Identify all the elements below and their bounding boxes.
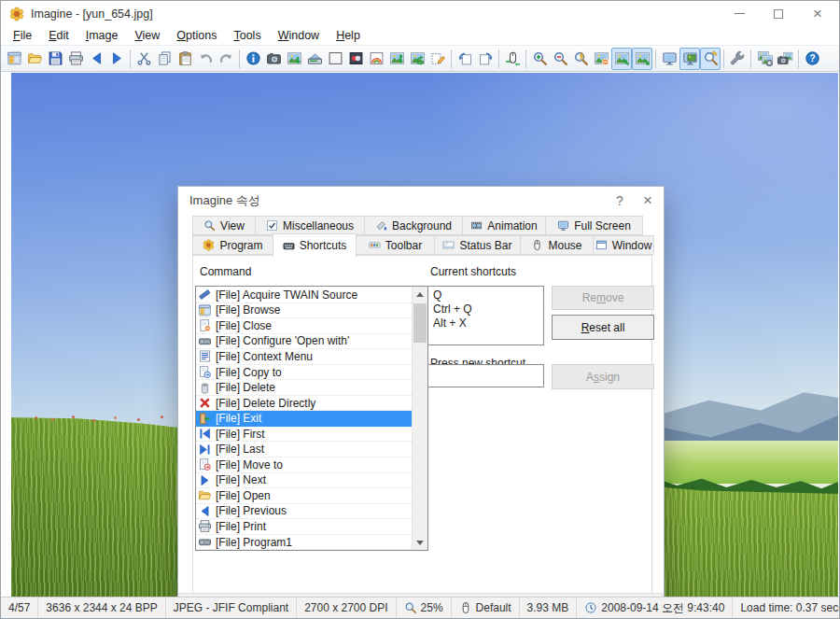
command-item-label: [File] Acquire TWAIN Source [216, 288, 357, 302]
command-item[interactable]: [File] Next [196, 473, 412, 489]
command-item[interactable]: [File] Move to [196, 457, 412, 473]
new-shortcut-input[interactable] [427, 364, 544, 387]
rotate-left-button[interactable] [455, 48, 475, 70]
acquire-scan-button[interactable] [304, 48, 325, 70]
menu-help[interactable]: Help [328, 27, 369, 44]
tab-background[interactable]: Background [364, 216, 463, 235]
batch-convert-button[interactable] [754, 48, 775, 70]
tab-full-screen[interactable]: Full Screen [545, 216, 643, 235]
command-item[interactable]: [File] First [196, 427, 412, 443]
status-segment: JPEG - JFIF Compliant [166, 598, 297, 618]
status-segment-text: Default [476, 601, 511, 614]
menu-edit[interactable]: Edit [40, 27, 77, 44]
command-item[interactable]: [File] Acquire TWAIN Source [196, 288, 412, 303]
paste-button[interactable] [175, 48, 195, 70]
dialog-help-button[interactable]: ? [606, 187, 634, 214]
close-button[interactable]: × [798, 1, 837, 26]
remove-button[interactable]: Remove [552, 286, 654, 310]
options-button[interactable] [727, 48, 748, 70]
tab-animation[interactable]: Animation [462, 216, 546, 235]
menu-file[interactable]: File [5, 27, 40, 44]
scroll-down-button[interactable] [413, 535, 427, 550]
command-item[interactable]: [File] Configure 'Open with' [196, 334, 412, 350]
pan-tool-button[interactable] [502, 48, 523, 70]
screen-capture-button[interactable] [775, 48, 795, 70]
menu-tools[interactable]: Tools [225, 27, 269, 44]
fit-window-button[interactable] [591, 48, 611, 70]
command-item-label: [File] First [216, 428, 265, 441]
command-item[interactable]: [File] Context Menu [196, 349, 412, 365]
flower-icon [203, 239, 215, 251]
tab-window[interactable]: Window [593, 235, 654, 255]
reset-all-button[interactable]: Reset all [552, 315, 654, 340]
scrollbar-thumb[interactable] [413, 303, 427, 343]
zoom-in-button[interactable] [529, 48, 550, 70]
command-item[interactable]: [File] Last [196, 442, 412, 457]
next-button[interactable] [106, 48, 127, 70]
print-icon [68, 50, 84, 66]
tab-mouse[interactable]: Mouse [520, 235, 594, 255]
batch-rename-button[interactable] [427, 48, 448, 70]
current-shortcuts-list[interactable]: QCtrl + QAlt + X [427, 286, 544, 345]
minimize-button[interactable] [720, 1, 759, 26]
capture-icon [777, 50, 793, 66]
rotate-right-button[interactable] [475, 48, 496, 70]
zoom-out-button[interactable] [550, 48, 570, 70]
previous-button[interactable] [86, 48, 106, 70]
exif-info-button[interactable] [263, 48, 284, 70]
save-button[interactable] [45, 48, 65, 70]
menu-window[interactable]: Window [270, 27, 328, 44]
menu-view[interactable]: View [126, 27, 168, 44]
tab-shortcuts[interactable]: Shortcuts [273, 233, 357, 257]
adjust-colors-button[interactable] [345, 48, 366, 70]
command-item[interactable]: [File] Copy to [196, 365, 412, 381]
convert-image-button[interactable] [407, 48, 427, 70]
command-item[interactable]: [File] Browse [196, 303, 412, 319]
shrink-to-fit-button[interactable] [679, 48, 700, 70]
redo-button[interactable] [216, 48, 236, 70]
grayscale-button[interactable] [325, 48, 345, 70]
maximize-button[interactable] [759, 1, 798, 26]
zoom-lock-icon [703, 50, 719, 66]
menu-image[interactable]: Image [77, 27, 127, 44]
tab-toolbar[interactable]: Toolbar [356, 235, 435, 255]
open-button[interactable] [24, 48, 45, 70]
tab-program[interactable]: Program [192, 235, 273, 255]
tab-miscellaneous[interactable]: Miscellaneous [255, 216, 365, 235]
command-item[interactable]: [File] Program1 [196, 535, 412, 550]
export-image-button[interactable] [284, 48, 304, 70]
image-info-button[interactable] [243, 48, 263, 70]
scroll-up-button[interactable] [413, 287, 427, 302]
shortcut-item[interactable]: Q [433, 288, 539, 302]
tab-status-bar[interactable]: Status Bar [434, 235, 521, 255]
cut-button[interactable] [133, 48, 154, 70]
lock-zoom-button[interactable] [700, 48, 721, 70]
command-item[interactable]: [File] Previous [196, 504, 412, 520]
browse-button[interactable] [4, 48, 24, 70]
copy-button[interactable] [154, 48, 175, 70]
command-item[interactable]: [File] Close [196, 318, 412, 334]
undo-button[interactable] [195, 48, 216, 70]
menu-options[interactable]: Options [168, 27, 225, 44]
dialog-close-button[interactable]: × [634, 187, 662, 214]
resize-image-button[interactable] [386, 48, 407, 70]
command-item[interactable]: [File] Exit [196, 411, 412, 427]
shortcut-item[interactable]: Alt + X [433, 317, 539, 331]
zoom-custom-button[interactable] [570, 48, 591, 70]
command-scrollbar[interactable] [412, 287, 427, 550]
shortcut-item[interactable]: Ctrl + Q [433, 302, 539, 317]
command-item[interactable]: [File] Open [196, 488, 412, 504]
help-button[interactable] [802, 48, 822, 70]
tab-view[interactable]: View [192, 216, 256, 235]
command-list[interactable]: [File] Acquire TWAIN Source[File] Browse… [195, 286, 428, 551]
print-button[interactable] [65, 48, 86, 70]
assign-button[interactable]: Assign [552, 364, 654, 389]
command-item[interactable]: [File] Delete [196, 380, 412, 396]
command-item[interactable]: [File] Print [196, 519, 412, 535]
color-palette-button[interactable] [366, 48, 386, 70]
full-screen-button[interactable] [659, 48, 679, 70]
status-segment-text: 3.93 MB [527, 601, 569, 614]
fit-large-only-button[interactable] [632, 48, 652, 70]
command-item[interactable]: [File] Delete Directly [196, 396, 412, 412]
fit-to-screen-button[interactable] [611, 48, 632, 70]
